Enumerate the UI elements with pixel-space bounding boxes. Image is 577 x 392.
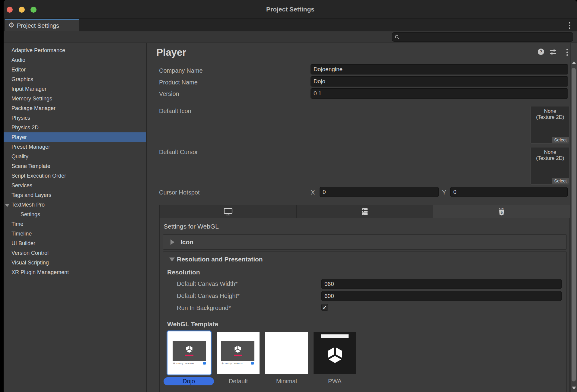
template-card-default[interactable]: ⚙ Unity WebGL [217, 332, 260, 374]
template-name-pwa[interactable]: PWA [314, 378, 356, 385]
platform-tab-dedicated-server[interactable] [297, 205, 433, 218]
sidebar-item-scene-template[interactable]: Scene Template [4, 161, 146, 171]
sidebar-item-label: TextMesh Pro [11, 202, 45, 208]
thumbnail-checkbox-icon [251, 362, 254, 365]
run-in-background-checkbox[interactable]: ✓ [321, 304, 328, 311]
sidebar-item-tmp-settings[interactable]: Settings [4, 210, 146, 219]
icon-section-title: Icon [180, 235, 193, 249]
webgl-template-header: WebGL Template [167, 321, 218, 328]
unity-logo-icon [185, 345, 193, 353]
hotspot-y-label: Y [442, 189, 446, 196]
template-thumbnail [221, 341, 254, 361]
default-icon-select-button[interactable]: Select [552, 137, 569, 143]
pane-more-icon[interactable] [566, 48, 568, 56]
tab-project-settings[interactable]: ⚙ Project Settings [5, 19, 79, 31]
scroll-up-icon[interactable] [572, 61, 576, 64]
thumbnail-checkbox-icon [203, 362, 206, 365]
default-icon-label: Default Icon [159, 108, 191, 115]
sidebar-item-editor[interactable]: Editor [4, 65, 146, 74]
svg-text:HTML: HTML [499, 207, 504, 209]
product-name-input[interactable] [311, 76, 568, 87]
sidebar-item-physics[interactable]: Physics [4, 113, 146, 123]
search-box[interactable] [392, 32, 573, 42]
platform-tab-desktop[interactable] [160, 205, 296, 218]
default-icon-object-field[interactable]: None (Texture 2D) Select [531, 106, 570, 144]
template-name-default[interactable]: Default [217, 378, 260, 385]
sidebar-item-preset-manager[interactable]: Preset Manager [4, 142, 146, 152]
sidebar-item-package-manager[interactable]: Package Manager [4, 103, 146, 113]
sidebar-item-services[interactable]: Services [4, 181, 146, 190]
product-name-label: Product Name [159, 79, 198, 86]
default-cursor-type: (Texture 2D) [531, 155, 569, 161]
default-cursor-select-button[interactable]: Select [552, 178, 569, 184]
template-name-minimal[interactable]: Minimal [265, 378, 308, 385]
sidebar-item-memory-settings[interactable]: Memory Settings [4, 94, 146, 103]
company-name-label: Company Name [159, 67, 203, 74]
resolution-presentation-section: Resolution and Presentation Resolution D… [163, 251, 567, 392]
icon-section-header[interactable]: Icon [163, 234, 567, 250]
template-thumbnail [173, 341, 206, 361]
hotspot-x-input[interactable] [320, 187, 439, 197]
help-icon[interactable]: ? [538, 49, 544, 55]
player-settings-pane: Player ? Company Name Product Name Versi… [147, 43, 577, 392]
settings-for-webgl-header: Settings for WebGL [164, 223, 219, 230]
sidebar-item-audio[interactable]: Audio [4, 55, 146, 65]
foldout-open-icon[interactable] [5, 204, 10, 207]
webgl-html5-icon: HTML 5 [498, 207, 505, 216]
sidebar-item-visual-scripting[interactable]: Visual Scripting [4, 258, 146, 267]
resolution-presentation-header[interactable]: Resolution and Presentation [163, 252, 566, 267]
search-input[interactable] [401, 33, 570, 41]
tab-label: Project Settings [17, 20, 59, 31]
canvas-height-input[interactable] [321, 291, 562, 301]
sidebar-item-script-execution-order[interactable]: Script Execution Order [4, 171, 146, 181]
template-card-minimal[interactable] [265, 332, 308, 374]
version-label: Version [159, 90, 179, 97]
sidebar-item-timeline[interactable]: Timeline [4, 229, 146, 239]
sidebar-item-xr-plugin-management[interactable]: XR Plugin Management [4, 267, 146, 277]
sidebar-item-physics-2d[interactable]: Physics 2D [4, 123, 146, 132]
foldout-closed-icon [171, 239, 174, 245]
project-settings-window: Project Settings ⚙ Project Settings A [4, 0, 577, 392]
gear-icon: ⚙ [8, 21, 14, 29]
template-card-pwa[interactable] [314, 332, 356, 374]
platform-tab-webgl[interactable]: HTML 5 [433, 205, 570, 218]
titlebar: Project Settings [4, 0, 577, 19]
unity-logo-icon [325, 345, 345, 365]
tab-more-icon[interactable] [569, 21, 570, 29]
template-name-dojo[interactable]: Dojo [164, 377, 214, 385]
foldout-open-icon [169, 258, 175, 261]
default-cursor-object-field[interactable]: None (Texture 2D) Select [531, 147, 570, 185]
dedicated-server-icon [361, 208, 369, 216]
company-name-input[interactable] [311, 64, 568, 74]
sidebar-item-graphics[interactable]: Graphics [4, 74, 146, 84]
default-cursor-label: Default Cursor [159, 149, 198, 156]
scroll-down-icon[interactable] [572, 387, 576, 390]
cursor-hotspot-label: Cursor Hotspot [159, 189, 200, 196]
sidebar-item-player[interactable]: Player [4, 132, 146, 142]
scrollbar-thumb[interactable] [572, 68, 576, 381]
desktop-icon [224, 208, 233, 216]
platform-settings-box: HTML 5 Settings for WebGL Icon Re [159, 205, 570, 392]
vertical-scrollbar[interactable] [570, 43, 577, 392]
sidebar-item-adaptive-performance[interactable]: Adaptive Performance [4, 46, 146, 55]
sidebar-item-ui-builder[interactable]: UI Builder [4, 239, 146, 248]
hotspot-y-input[interactable] [450, 187, 568, 197]
sidebar-item-time[interactable]: Time [4, 219, 146, 229]
version-input[interactable] [311, 88, 568, 99]
run-in-background-label: Run In Background* [177, 305, 231, 311]
unity-webgl-logos: ⚙ Unity WebGL [222, 362, 244, 365]
template-card-dojo[interactable]: ⚙ Unity WebGL [167, 330, 212, 375]
resolution-subheader: Resolution [167, 269, 200, 276]
sidebar-item-textmesh-pro[interactable]: TextMesh Pro [4, 200, 146, 210]
sidebar-item-input-manager[interactable]: Input Manager [4, 84, 146, 94]
sidebar-item-tags-and-layers[interactable]: Tags and Layers [4, 190, 146, 200]
tab-bar: ⚙ Project Settings [4, 19, 577, 31]
presets-icon[interactable] [550, 49, 556, 55]
sidebar-item-version-control[interactable]: Version Control [4, 248, 146, 258]
sidebar-item-quality[interactable]: Quality [4, 152, 146, 161]
canvas-width-input[interactable] [321, 279, 562, 289]
canvas-width-label: Default Canvas Width* [177, 280, 237, 287]
default-cursor-value: None [531, 149, 569, 155]
hotspot-x-label: X [311, 189, 315, 196]
unity-logo-icon [234, 345, 242, 353]
